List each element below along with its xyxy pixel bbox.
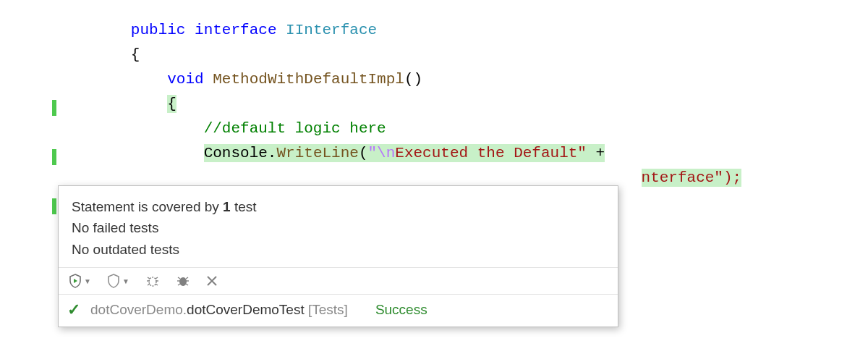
gutter (0, 46, 58, 71)
coverage-marker[interactable] (52, 198, 56, 214)
code-line: { (0, 46, 868, 71)
test-category: [Tests] (305, 302, 348, 317)
shield-run-icon (69, 274, 82, 288)
run-tests-button[interactable]: ▼ (104, 272, 132, 290)
paren: ( (359, 145, 368, 161)
dropdown-caret-icon: ▼ (122, 277, 129, 285)
gutter[interactable] (0, 194, 58, 219)
svg-line-6 (156, 284, 158, 285)
failed-tests-line: No failed tests (72, 217, 605, 238)
svg-line-5 (148, 284, 150, 285)
bug-breakpoint-icon (176, 274, 190, 287)
coverage-marker[interactable] (52, 100, 56, 116)
string-escape: "\n (368, 145, 396, 161)
gutter[interactable] (0, 96, 58, 120)
method-name: WriteLine (276, 145, 358, 161)
debug-button[interactable] (142, 273, 163, 289)
svg-point-7 (179, 277, 187, 286)
operator: + (587, 145, 605, 161)
brace: { (131, 46, 140, 63)
keyword: public (131, 22, 186, 38)
debug-new-instance-button[interactable] (173, 273, 193, 289)
method-name: MethodWithDefaultImpl (213, 71, 404, 88)
test-count: 1 (223, 199, 231, 214)
keyword: void (167, 71, 203, 88)
svg-line-13 (186, 284, 188, 285)
code-line: //default logic here (0, 120, 868, 145)
svg-line-12 (178, 284, 180, 285)
code-line: public interface IInterface (0, 22, 868, 46)
keyword: interface (195, 22, 276, 38)
outdated-tests-line: No outdated tests (72, 239, 605, 260)
dropdown-caret-icon: ▼ (84, 277, 91, 285)
code-line: void MethodWithDefaultImpl() (0, 71, 868, 96)
gutter (0, 71, 58, 96)
shield-icon (107, 274, 120, 288)
parens: () (404, 71, 422, 88)
gutter (0, 169, 58, 194)
brace: { (167, 95, 176, 113)
svg-point-0 (149, 277, 156, 286)
tooltip-toolbar: ▼ ▼ (59, 267, 618, 294)
test-result: Success (375, 302, 427, 318)
svg-line-4 (156, 277, 158, 279)
gutter[interactable] (0, 145, 58, 169)
bug-icon (145, 274, 160, 287)
close-button[interactable] (203, 274, 221, 288)
dot: . (268, 145, 277, 161)
code-line: Console.WriteLine("\nExecuted the Defaul… (0, 145, 868, 169)
string-literal: Executed the Default" (395, 145, 587, 161)
string-literal: nterface"); (642, 169, 742, 186)
coverage-tooltip: Statement is covered by 1 test No failed… (58, 185, 618, 327)
test-namespace: dotCoverDemo. (90, 302, 187, 317)
test-path: dotCoverDemo.dotCoverDemoTest [Tests] (90, 302, 348, 318)
identifier: Console (204, 145, 268, 161)
gutter (0, 120, 58, 145)
code-line: { (0, 96, 868, 120)
svg-line-11 (186, 277, 188, 279)
test-class: dotCoverDemoTest (187, 302, 305, 317)
coverage-marker[interactable] (52, 149, 56, 165)
svg-line-3 (148, 277, 150, 279)
check-icon: ✓ (67, 300, 80, 319)
tooltip-status-row[interactable]: ✓ dotCoverDemo.dotCoverDemoTest [Tests] … (59, 294, 618, 327)
cover-tests-button[interactable]: ▼ (66, 272, 94, 290)
svg-line-10 (178, 277, 180, 279)
comment: //default logic here (204, 120, 386, 137)
coverage-summary-line: Statement is covered by 1 test (72, 196, 605, 217)
close-icon (206, 275, 218, 287)
gutter (0, 22, 58, 46)
tooltip-body: Statement is covered by 1 test No failed… (59, 186, 618, 267)
type-name: IInterface (286, 22, 377, 38)
